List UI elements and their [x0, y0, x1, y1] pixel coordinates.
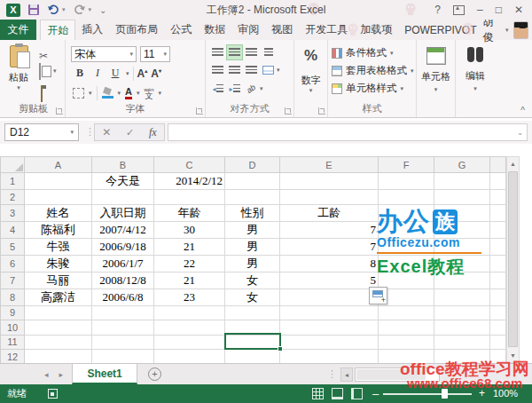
wrap-text-button[interactable] — [260, 44, 277, 60]
cell-A7[interactable]: 马丽 — [25, 272, 92, 288]
paste-dropdown-icon[interactable]: ▾ — [4, 84, 33, 91]
cell[interactable] — [379, 173, 434, 190]
merge-dropdown-icon[interactable]: ▾ — [277, 67, 280, 74]
cell-styles-button[interactable]: 单元格样式▾ — [332, 80, 403, 97]
borders-icon[interactable] — [73, 88, 84, 99]
align-bottom-button[interactable] — [243, 44, 260, 60]
cell-D7[interactable]: 女 — [225, 272, 280, 288]
underline-button[interactable]: U — [108, 66, 122, 81]
undo-dropdown-icon[interactable]: ▾ — [62, 6, 66, 13]
cell-E5[interactable]: 7 — [280, 238, 379, 255]
cell-A8[interactable]: 高露洁 — [25, 288, 92, 305]
undo-button[interactable] — [47, 4, 59, 17]
cell-D8[interactable]: 女 — [225, 288, 280, 305]
cell[interactable] — [434, 173, 490, 190]
cell-A4[interactable]: 陈福利 — [25, 221, 92, 238]
tab-view[interactable]: 视图 — [265, 20, 299, 40]
customize-qat-icon[interactable]: ⌄ — [99, 5, 106, 15]
row-header-5[interactable]: 5 — [1, 238, 25, 255]
row-header-10[interactable]: 10 — [1, 320, 25, 336]
cell-B8[interactable]: 2006/6/8 — [92, 288, 154, 305]
cell[interactable] — [154, 335, 225, 350]
font-size-combo[interactable]: 11▾ — [140, 46, 170, 62]
cell-D12-selected[interactable] — [225, 350, 280, 365]
cell-C1[interactable]: 2014/2/12 — [154, 173, 225, 190]
merge-center-button[interactable] — [260, 62, 277, 78]
cell-A3[interactable]: 姓名 — [25, 204, 92, 221]
cell-B5[interactable]: 2006/9/18 — [92, 238, 154, 255]
increase-font-size-button[interactable]: A▴ — [137, 67, 148, 80]
cell-E8[interactable]: 8 — [280, 288, 379, 305]
editing-button[interactable]: 编辑 ▾ — [456, 47, 495, 92]
cell-A5[interactable]: 牛强 — [25, 238, 92, 255]
font-dialog-launcher-icon[interactable] — [196, 107, 203, 115]
tab-home[interactable]: 开始 — [40, 20, 75, 40]
cell-C5[interactable]: 21 — [154, 238, 225, 255]
cell[interactable] — [92, 350, 154, 365]
macro-record-icon[interactable] — [48, 389, 58, 399]
cell[interactable] — [434, 305, 490, 320]
format-as-table-button[interactable]: 套用表格格式▾ — [332, 62, 414, 79]
number-format-icon[interactable]: % — [294, 47, 327, 65]
clipboard-dialog-launcher-icon[interactable] — [56, 107, 63, 115]
cell[interactable] — [379, 190, 434, 205]
vertical-scrollbar-thumb[interactable] — [508, 171, 518, 347]
insert-function-icon[interactable]: fx — [149, 126, 157, 139]
cell-C4[interactable]: 30 — [154, 221, 225, 238]
alignment-dialog-launcher-icon[interactable] — [285, 107, 292, 115]
new-sheet-icon[interactable]: + — [148, 367, 161, 381]
cell[interactable] — [25, 350, 92, 365]
cell[interactable] — [92, 305, 154, 320]
cell[interactable] — [280, 335, 379, 350]
user-dropdown-icon[interactable]: ▾ — [505, 27, 509, 34]
cell[interactable] — [379, 305, 434, 320]
align-right-button[interactable] — [243, 62, 260, 78]
cell[interactable] — [280, 190, 379, 205]
cell-D5[interactable]: 男 — [225, 238, 280, 255]
redo-dropdown-icon[interactable]: ▾ — [89, 6, 92, 13]
cell[interactable] — [154, 190, 225, 205]
tab-scroll-divider[interactable]: ⋮ — [327, 368, 340, 380]
cell-D4[interactable]: 男 — [225, 221, 280, 238]
cell[interactable] — [280, 305, 379, 320]
row-header-4[interactable]: 4 — [1, 221, 25, 238]
avatar[interactable] — [513, 21, 528, 39]
cell[interactable] — [25, 320, 92, 336]
cells-dropdown-icon[interactable]: ▾ — [417, 86, 455, 93]
row-header-9[interactable]: 9 — [1, 305, 25, 320]
orientation-button[interactable]: ab — [243, 81, 260, 97]
cell[interactable] — [280, 320, 379, 336]
enter-icon[interactable]: ✓ — [126, 127, 134, 138]
font-color-icon[interactable]: A — [125, 87, 132, 99]
cell-E3[interactable]: 工龄 — [280, 204, 379, 221]
cell-D6[interactable]: 男 — [225, 255, 280, 272]
number-dropdown-icon[interactable]: ▾ — [294, 87, 327, 94]
view-page-break-icon[interactable] — [351, 388, 363, 399]
cell-A6[interactable]: 朱骏 — [25, 255, 92, 272]
row-header-12[interactable]: 12 — [1, 350, 25, 365]
decrease-indent-button[interactable]: ◂ — [209, 81, 226, 97]
align-top-button[interactable] — [209, 44, 226, 60]
col-header-C[interactable]: C — [154, 157, 225, 173]
orientation-dropdown-icon[interactable]: ▾ — [260, 85, 263, 92]
number-group-label[interactable]: 数字 — [294, 74, 327, 87]
fill-color-icon[interactable] — [102, 88, 113, 99]
cell[interactable] — [225, 173, 280, 190]
vertical-scrollbar[interactable]: ▲ ▼ — [506, 156, 520, 363]
decrease-font-size-button[interactable]: A▾ — [151, 67, 161, 80]
cell-D3[interactable]: 性别 — [225, 204, 280, 221]
redo-button[interactable] — [74, 4, 86, 17]
cell-C8[interactable]: 23 — [154, 288, 225, 305]
close-icon[interactable]: ✕ — [514, 4, 523, 15]
user-account[interactable]: 胡俊 ▾ — [483, 20, 532, 40]
cut-button[interactable]: ✂ — [39, 47, 48, 63]
increase-indent-button[interactable]: ▸ — [226, 81, 243, 97]
copy-dropdown-icon[interactable]: ▾ — [53, 67, 57, 75]
col-header-partial[interactable] — [490, 157, 506, 173]
cell-E6[interactable]: 8 — [280, 255, 379, 272]
cell[interactable] — [434, 190, 490, 205]
cell-B4[interactable]: 2007/4/12 — [92, 221, 154, 238]
row-header-2[interactable]: 2 — [1, 190, 25, 205]
font-size-dropdown-icon[interactable]: ▾ — [163, 51, 167, 58]
cell-B6[interactable]: 2006/1/7 — [92, 255, 154, 272]
